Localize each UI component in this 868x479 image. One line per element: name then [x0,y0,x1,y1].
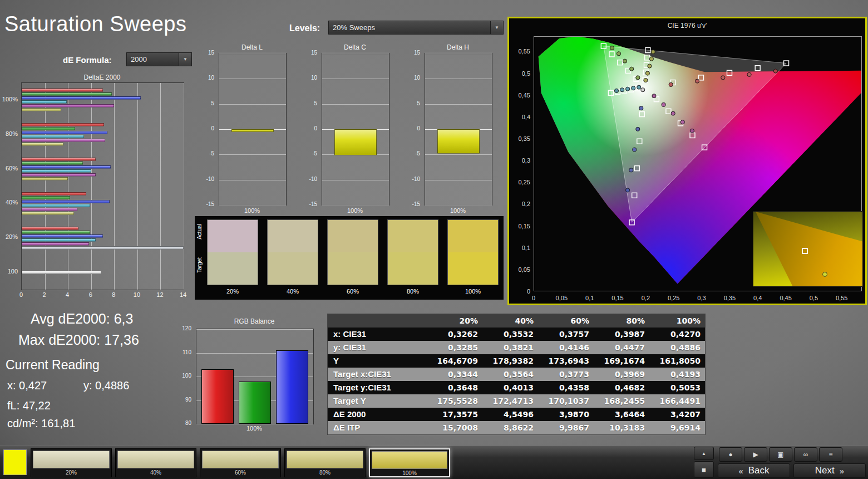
swatch-label: 20% [31,470,111,476]
pattern-swatch-button[interactable]: 40% [115,448,196,477]
tick-label: -15 [198,201,214,207]
next-button[interactable]: Next » [793,463,866,478]
table-cell: 0,4477 [594,341,649,354]
group-label: 40% [6,199,18,206]
delta-bar [437,129,480,154]
swatch-label: 80% [387,288,438,295]
target-swatch [268,252,318,285]
gridline [322,79,389,79]
measurement-marker [626,188,630,192]
bar [22,165,111,169]
bar [22,169,91,173]
table-row: Target x:CIE310,33440,35640,37730,39690,… [328,368,705,381]
back-button[interactable]: « Back [718,463,790,478]
gridline [22,83,22,290]
table-row: x: CIE310,32620,35320,37570,39870,4270 [328,328,705,341]
measurement-marker [630,67,634,71]
table-cell: 0,4886 [649,341,705,354]
measurement-marker [614,89,618,92]
measurement-marker [695,79,699,83]
tick-label: 0 [511,288,530,295]
gridline [114,83,115,290]
group-label: 100% [2,96,18,102]
back-chevron-icon: « [738,466,743,476]
pattern-swatch-button[interactable]: 100% [369,448,450,477]
delta-h-x-label: 100% [425,207,491,214]
row-label: Target y:CIE31 [328,381,427,394]
deltae-chart-plot [21,82,184,290]
gridline [196,329,313,330]
back-label: Back [748,465,770,476]
target-swatch [448,252,498,285]
swatch-label: 80% [285,470,365,476]
bar [22,204,90,207]
table-cell: 17,3575 [427,408,482,421]
measurement-marker [648,64,652,68]
tick-label: 0,15 [511,223,530,229]
group-label: 20% [6,233,18,240]
tick-label: 5 [198,100,214,106]
pattern-swatch-button[interactable]: 20% [31,448,112,477]
tick-label: 15 [403,50,420,56]
target-swatch [328,252,378,285]
gridline [219,53,286,54]
gridline [322,53,389,54]
bar [22,127,75,130]
pattern-button[interactable]: ▣ [769,447,792,462]
table-cell: 0,3821 [482,341,538,354]
pattern-swatch-button[interactable]: 80% [284,448,366,477]
tick-label: 0,05 [556,295,568,301]
target-swatch [388,252,438,285]
gridline [322,180,389,180]
column-header: 100% [649,314,705,328]
levels-dropdown[interactable]: 20% Sweeps ▼ [328,21,504,35]
tick-label: 0,1 [511,245,530,251]
bar [22,139,105,142]
collapse-button[interactable]: ▲ [694,447,714,460]
tick-label: 110 [178,349,191,355]
tick-label: 15 [198,50,214,56]
gridline [322,205,389,206]
row-label: Y [328,354,427,368]
continuous-button[interactable]: ∞ [794,447,817,462]
measurement-marker [671,111,675,115]
table-cell: 3,6464 [594,408,649,421]
chevron-down-icon: ▼ [179,53,191,66]
bar [22,104,114,107]
tick-label: 10 [134,291,140,298]
de-formula-dropdown[interactable]: 2000 ▼ [126,52,192,66]
table-cell: 169,1674 [594,354,649,368]
table-cell: 173,6943 [538,354,594,368]
swatch-color [287,451,363,468]
tick-label: 0,45 [780,295,791,301]
pattern-swatch-button[interactable]: 60% [200,448,281,477]
actual-swatch [328,220,378,252]
bar [22,143,63,146]
measurement-marker [773,69,777,73]
tick-label: 0 [198,125,214,131]
swatch-label: 100% [447,288,499,295]
cie-diagram-panel: CIE 1976 u'v' 00,050,10,150,20,250,30,35… [507,17,867,305]
deltae-x-axis: 02468101214 [21,291,183,299]
table-cell: 0,3987 [594,328,649,341]
play-button[interactable]: ▶ [744,447,767,462]
measurement-marker [641,88,645,92]
table-corner-cell [328,314,427,328]
gridline [184,83,184,290]
bar [22,212,74,215]
tick-label: 0,5 [511,70,530,77]
measurement-marker [620,88,624,92]
cie-y-axis: 00,050,10,150,20,250,30,350,40,450,50,55 [511,36,531,291]
delta-c-x-label: 100% [322,207,388,214]
swatch-panel [207,219,258,285]
record-button[interactable]: ● [719,447,742,462]
rgb-balance-chart: RGB Balance 1201101009080 100% [178,317,323,434]
tick-label: 0,25 [668,295,679,301]
menu-button[interactable]: ≡ [819,447,842,462]
tick-label: 12 [156,291,163,298]
rgb-balance-title: RGB Balance [196,317,313,325]
column-header: 80% [594,314,649,328]
display-mode-button[interactable]: ■ [694,461,714,478]
tick-label: -10 [198,176,214,182]
measurement-marker [623,59,627,63]
